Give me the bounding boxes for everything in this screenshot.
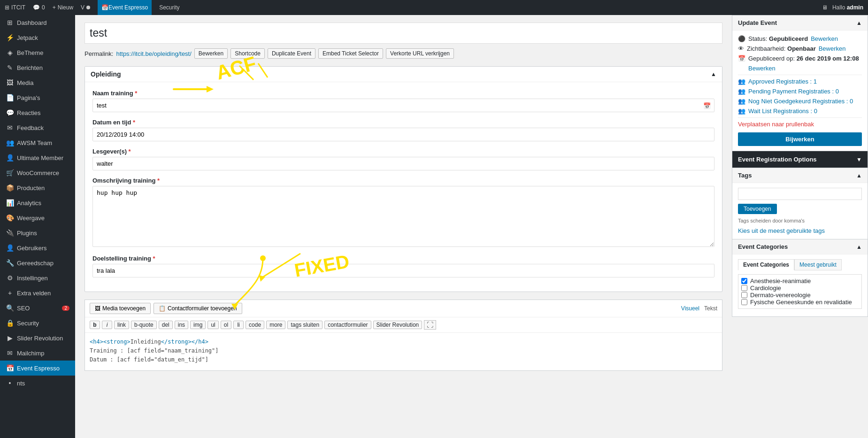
sidebar-item-gereedschap[interactable]: 🔧Gereedschap — [0, 255, 75, 270]
tags-add-btn[interactable]: Toevoegen — [738, 204, 777, 214]
sidebar-item-plugins[interactable]: 🔌Plugins — [0, 225, 75, 240]
permalink-url[interactable]: https://itcit.be/opleiding/test/ — [116, 50, 191, 57]
lesgever-input[interactable]: walter — [92, 157, 714, 170]
editor-body[interactable]: <h4><strong>Inleiding</strong></h4> Trai… — [85, 333, 722, 370]
tags-most-used-link[interactable]: Kies uit de meest gebruikte tags — [738, 227, 862, 234]
cat-checkbox-anesthesie[interactable] — [741, 278, 747, 284]
adminbar-plugin1[interactable]: V — [81, 4, 90, 11]
tab-text[interactable]: Tekst — [704, 305, 717, 312]
publish-btn[interactable]: Bijwerken — [738, 132, 862, 146]
sidebar-item-producten[interactable]: 📦Producten — [0, 180, 75, 195]
sidebar-item-mailchimp[interactable]: ✉Mailchimp — [0, 346, 75, 361]
tab-visual[interactable]: Visueel — [681, 305, 699, 312]
sidebar-item-extra-velden[interactable]: +Extra velden — [0, 285, 75, 300]
sidebar-item-instellingen[interactable]: ⚙Instellingen — [0, 270, 75, 285]
sidebar-item-reacties[interactable]: 💬Reacties — [0, 105, 75, 120]
sidebar-item-awsm-team[interactable]: 👥AWSM Team — [0, 135, 75, 150]
omschrijving-textarea[interactable]: hup hup hup — [92, 186, 714, 247]
fmt-bquote[interactable]: b-quote — [131, 321, 157, 329]
status-edit-link[interactable]: Bewerken — [811, 35, 838, 42]
cat-label-fysische: Fysische Geneeskunde en revalidatie — [750, 299, 852, 306]
fmt-ul[interactable]: ul — [207, 321, 218, 329]
cat-checkbox-cardiologie[interactable] — [741, 285, 747, 291]
sidebar-label-instellingen: Instellingen — [17, 275, 48, 282]
sidebar-item-ultimate-member[interactable]: 👤Ultimate Member — [0, 150, 75, 165]
pending-link[interactable]: Pending Payment Registraties : 0 — [748, 88, 839, 95]
doelstelling-input[interactable]: tra lala — [92, 264, 714, 277]
fmt-ol[interactable]: ol — [221, 321, 231, 329]
cat-checkbox-fysische[interactable] — [741, 299, 747, 305]
fmt-code[interactable]: code — [246, 321, 264, 329]
adminbar-site[interactable]: ⊞ ITCIT — [5, 4, 25, 11]
sidebar-item-nts[interactable]: •nts — [0, 376, 75, 391]
sidebar-item-betheme[interactable]: ◈BeTheme — [0, 45, 75, 60]
bewerken-btn[interactable]: Bewerken — [194, 48, 228, 59]
sidebar-label-jetpack: Jetpack — [17, 34, 38, 41]
tab-popular-categories[interactable]: Meest gebruikt — [794, 259, 842, 270]
expand-editor-btn[interactable]: ⛶ — [424, 320, 436, 330]
sidebar-item-feedback[interactable]: ✉Feedback — [0, 120, 75, 135]
fmt-img[interactable]: img — [190, 321, 206, 329]
fmt-slider[interactable]: Slider Revolution — [373, 321, 422, 329]
sidebar-item-security[interactable]: 🔒Security — [0, 315, 75, 330]
sidebar-item-seo[interactable]: 🔍SEO2 — [0, 300, 75, 315]
post-title-input[interactable]: test — [84, 23, 722, 44]
fmt-b[interactable]: b — [90, 321, 100, 329]
fmt-more[interactable]: more — [266, 321, 285, 329]
adminbar-event-espresso[interactable]: 📅 Event Espresso — [98, 0, 152, 15]
sidebar-item-gebruikers[interactable]: 👤Gebruikers — [0, 240, 75, 255]
sidebar-item-media[interactable]: 🖼Media — [0, 75, 75, 90]
calendar-icon2: 📅 — [738, 55, 745, 62]
datum-input[interactable]: 20/12/2019 14:00 — [92, 128, 714, 141]
media-btn[interactable]: 🖼 Media toevoegen — [90, 303, 151, 314]
fmt-del[interactable]: del — [159, 321, 173, 329]
embed-ticket-btn[interactable]: Embed Ticket Selector — [318, 48, 383, 59]
verkorte-url-btn[interactable]: Verkorte URL verkrijgen — [386, 48, 454, 59]
naam-input[interactable] — [92, 99, 714, 112]
nog-niet-link[interactable]: Nog Niet Goedgekeurd Registraties : 0 — [748, 98, 853, 105]
tags-input[interactable] — [738, 188, 862, 200]
fmt-li[interactable]: li — [233, 321, 244, 329]
contact-form-btn[interactable]: 📋 Contactformulier toevoegen — [154, 303, 242, 314]
approved-link[interactable]: Approved Registraties : 1 — [748, 78, 817, 85]
sidebar-item-analytics[interactable]: 📊Analytics — [0, 195, 75, 210]
update-event-header[interactable]: Update Event ▲ — [732, 15, 868, 31]
adminbar-security[interactable]: Security — [159, 4, 179, 11]
acf-section-header[interactable]: Opleiding ▲ — [85, 67, 722, 82]
shortcode-btn[interactable]: Shortcode — [230, 48, 265, 59]
editor-toolbar-left: 🖼 Media toevoegen 📋 Contactformulier toe… — [90, 303, 242, 314]
duplicate-event-btn[interactable]: Duplicate Event — [268, 48, 315, 59]
visibility-edit-link[interactable]: Bewerken — [819, 45, 846, 52]
sidebar-item-jetpack[interactable]: ⚡Jetpack — [0, 30, 75, 45]
event-reg-header[interactable]: Event Registration Options ▼ — [732, 151, 868, 168]
sidebar-item-event-espresso[interactable]: 📅Event Espresso — [0, 361, 75, 376]
fmt-contactformulier[interactable]: contactformulier — [324, 321, 371, 329]
sidebar-item-berichten[interactable]: ✎Berichten — [0, 60, 75, 75]
trash-link[interactable]: Verplaatsen naar prullenbak — [738, 121, 814, 128]
adminbar-new[interactable]: + Nieuw — [53, 4, 73, 11]
categories-header[interactable]: Event Categories ▲ — [732, 239, 868, 254]
weergave-icon: 🎨 — [6, 214, 14, 222]
fmt-link[interactable]: link — [114, 321, 129, 329]
tab-all-categories[interactable]: Event Categories — [738, 259, 794, 270]
sidebar-item-dashboard[interactable]: ⊞Dashboard — [0, 15, 75, 30]
tags-header[interactable]: Tags ▲ — [732, 168, 868, 183]
doelstelling-label: Doelstelling training * — [92, 255, 714, 262]
cat-checkbox-dermato[interactable] — [741, 292, 747, 298]
sidebar-item-slider-revolution[interactable]: ▶Slider Revolution — [0, 330, 75, 346]
event-reg-title: Event Registration Options — [738, 156, 817, 163]
sidebar-label-paginas: Pagina's — [17, 94, 40, 101]
published-edit-link[interactable]: Bewerken — [748, 65, 776, 72]
field-naam: Naam training * 📅 — [92, 90, 714, 112]
fmt-i[interactable]: i — [102, 321, 112, 329]
sidebar-item-paginas[interactable]: 📄Pagina's — [0, 90, 75, 105]
adminbar-comments[interactable]: 💬 0 — [33, 4, 45, 11]
update-event-collapse: ▲ — [856, 20, 862, 26]
update-event-body: ⚫ Status: Gepubliceerd Bewerken 👁 Zichtb… — [732, 31, 868, 151]
site-name: ITCIT — [11, 4, 25, 11]
wait-link[interactable]: Wait List Registrations : 0 — [748, 108, 817, 115]
fmt-tags-sluiten[interactable]: tags sluiten — [287, 321, 323, 329]
sidebar-item-woocommerce[interactable]: 🛒WooCommerce — [0, 165, 75, 180]
fmt-ins[interactable]: ins — [175, 321, 188, 329]
sidebar-item-weergave[interactable]: 🎨Weergave — [0, 210, 75, 225]
